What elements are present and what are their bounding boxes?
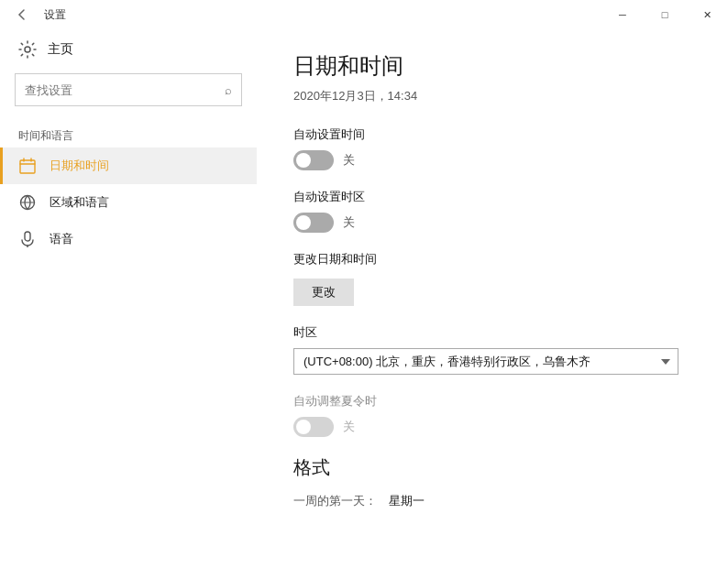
search-box[interactable]: ⌕ [15,73,242,106]
search-input[interactable] [25,83,225,97]
region-icon [18,193,37,212]
auto-time-toggle-thumb [296,153,311,168]
maximize-button[interactable]: □ [644,0,686,29]
nav-item-speech[interactable]: 语音 [0,221,257,257]
week-start-key: 一周的第一天： [293,493,385,509]
svg-rect-3 [25,232,30,241]
change-datetime-label: 更改日期和时间 [293,251,691,268]
nav-label-datetime: 日期和时间 [50,158,109,174]
dst-toggle-row: 关 [293,417,691,437]
datetime-icon [18,157,37,175]
home-nav-item[interactable]: 主页 [0,29,257,70]
auto-time-toggle-row: 关 [293,150,691,170]
window-controls: ─ □ ✕ [601,0,728,29]
format-title: 格式 [293,455,691,480]
sidebar: 主页 ⌕ 时间和语言 日期和时间 [0,29,257,568]
auto-time-label: 自动设置时间 [293,126,691,143]
week-start-value: 星期一 [389,493,425,509]
nav-item-region[interactable]: 区域和语言 [0,184,257,221]
svg-point-0 [25,47,30,52]
current-datetime: 2020年12月3日，14:34 [293,88,691,104]
timezone-label: 时区 [293,324,691,341]
svg-rect-1 [20,160,35,173]
dst-label: 自动调整夏令时 [293,393,691,410]
close-button[interactable]: ✕ [686,0,728,29]
dst-toggle[interactable] [293,417,334,437]
auto-timezone-state: 关 [343,214,355,231]
auto-time-section: 自动设置时间 关 [293,126,691,170]
week-start-row: 一周的第一天： 星期一 [293,493,691,509]
auto-timezone-toggle-row: 关 [293,213,691,233]
nav-label-speech: 语音 [50,231,73,247]
speech-icon [18,230,37,248]
window-title: 设置 [44,7,66,23]
home-label: 主页 [48,41,73,58]
dst-state: 关 [343,419,355,435]
auto-timezone-label: 自动设置时区 [293,189,691,205]
titlebar-left: 设置 [7,0,66,29]
page-title: 日期和时间 [293,51,691,81]
titlebar: 设置 ─ □ ✕ [0,0,728,29]
auto-timezone-toggle[interactable] [293,213,334,233]
section-title: 时间和语言 [0,121,257,147]
change-datetime-button[interactable]: 更改 [293,279,354,306]
search-icon: ⌕ [225,83,232,97]
auto-time-toggle[interactable] [293,150,334,170]
change-datetime-section: 更改日期和时间 更改 [293,251,691,306]
auto-timezone-toggle-thumb [296,215,311,230]
nav-item-datetime[interactable]: 日期和时间 [0,147,257,184]
format-section: 格式 一周的第一天： 星期一 [293,455,691,509]
nav-label-region: 区域和语言 [50,194,109,211]
back-button[interactable] [7,0,37,29]
auto-time-state: 关 [343,152,355,169]
timezone-section: 时区 (UTC+08:00) 北京，重庆，香港特别行政区，乌鲁木齐 [293,324,691,375]
dst-section: 自动调整夏令时 关 [293,393,691,437]
gear-icon [18,40,37,59]
timezone-select[interactable]: (UTC+08:00) 北京，重庆，香港特别行政区，乌鲁木齐 [293,348,678,375]
minimize-button[interactable]: ─ [601,0,644,29]
auto-timezone-section: 自动设置时区 关 [293,189,691,233]
dst-toggle-thumb [296,420,311,434]
main-content: 日期和时间 2020年12月3日，14:34 自动设置时间 关 自动设置时区 [257,29,728,568]
content-area: 主页 ⌕ 时间和语言 日期和时间 [0,29,728,568]
